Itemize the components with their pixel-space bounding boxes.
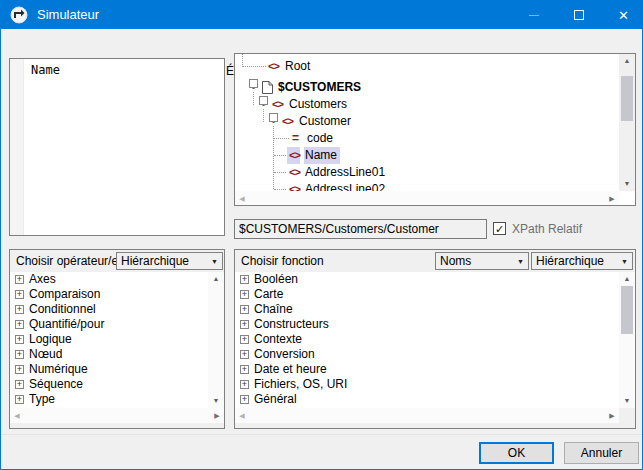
list-item-label: Général — [254, 392, 297, 407]
list-item[interactable]: +Booléen — [235, 272, 619, 287]
expression-editor[interactable]: Name — [9, 58, 225, 236]
list-item-label: Quantifié/pour — [29, 317, 104, 332]
minimize-icon — [529, 15, 539, 16]
scroll-down-icon[interactable]: ▼ — [619, 394, 635, 408]
expand-icon[interactable]: + — [15, 350, 24, 359]
expand-icon[interactable]: + — [15, 365, 24, 374]
list-item[interactable]: +Conditionnel — [10, 302, 208, 317]
expand-icon[interactable]: + — [240, 320, 249, 329]
expand-icon[interactable]: + — [240, 380, 249, 389]
operators-header: Choisir opérateur/expr Hiérarchique ▼ — [10, 250, 224, 272]
expand-icon[interactable]: + — [15, 290, 24, 299]
app-icon — [10, 6, 28, 24]
collapse-icon[interactable]: - — [269, 113, 278, 122]
list-item[interactable]: +Axes — [10, 272, 208, 287]
list-item[interactable]: +Carte — [235, 287, 619, 302]
expand-icon[interactable]: + — [240, 395, 249, 404]
scroll-left-icon[interactable]: ◀ — [235, 191, 249, 206]
scroll-down-icon[interactable]: ▼ — [208, 394, 224, 408]
expand-icon[interactable]: + — [240, 350, 249, 359]
attribute-icon: = — [292, 130, 299, 147]
list-item-label: Numérique — [29, 362, 88, 377]
functions-names-dropdown[interactable]: Noms ▼ — [435, 252, 529, 270]
expand-icon[interactable]: + — [15, 380, 24, 389]
collapse-icon[interactable]: - — [249, 79, 258, 88]
list-item[interactable]: +Quantifié/pour — [10, 317, 208, 332]
operators-title: Choisir opérateur/expr — [16, 254, 121, 268]
maximize-button[interactable] — [556, 1, 601, 29]
scroll-up-icon[interactable]: ▲ — [208, 272, 224, 286]
tree-horizontal-scrollbar[interactable]: ◀ ▶ — [235, 191, 619, 206]
scroll-up-icon[interactable]: ▲ — [619, 272, 635, 286]
list-item-label: Conversion — [254, 347, 315, 362]
list-item[interactable]: +Numérique — [10, 362, 208, 377]
expand-icon[interactable]: + — [15, 335, 24, 344]
list-item[interactable]: +Logique — [10, 332, 208, 347]
xpath-relative-label: XPath Relatif — [512, 222, 582, 236]
scrollbar-thumb[interactable] — [621, 286, 633, 334]
tree-vertical-scrollbar[interactable]: ▲ ▼ — [619, 54, 635, 191]
list-item[interactable]: +Constructeurs — [235, 317, 619, 332]
tree-row[interactable]: = code — [235, 130, 615, 147]
list-item-label: Type — [29, 392, 55, 407]
scroll-down-icon[interactable]: ▼ — [619, 177, 635, 191]
close-icon: ✕ — [618, 8, 629, 23]
minimize-button[interactable] — [511, 1, 556, 29]
functions-horizontal-scrollbar[interactable]: ◀ ▶ — [235, 408, 619, 423]
scroll-left-icon[interactable]: ◀ — [235, 408, 249, 423]
tree-connector — [274, 189, 286, 190]
expand-icon[interactable]: + — [240, 335, 249, 344]
expand-icon[interactable]: + — [240, 290, 249, 299]
element-icon: <> — [282, 113, 293, 130]
list-item[interactable]: +Contexte — [235, 332, 619, 347]
expand-icon[interactable]: + — [240, 275, 249, 284]
tree-item-label: AddressLine01 — [305, 164, 385, 181]
expand-icon[interactable]: + — [15, 275, 24, 284]
ok-button[interactable]: OK — [479, 442, 554, 464]
element-icon: <> — [268, 58, 279, 75]
list-item[interactable]: +Chaîne — [235, 302, 619, 317]
list-item[interactable]: +Séquence — [10, 377, 208, 392]
functions-view-dropdown[interactable]: Hiérarchique ▼ — [531, 252, 633, 270]
functions-panel: Choisir fonction Noms ▼ Hiérarchique ▼ +… — [234, 249, 636, 429]
close-button[interactable]: ✕ — [601, 1, 643, 29]
functions-vertical-scrollbar[interactable]: ▲ ▼ — [619, 272, 635, 408]
list-item[interactable]: +Type — [10, 392, 208, 407]
xpath-relative-checkbox[interactable]: ✓ — [493, 222, 506, 235]
tree-row[interactable]: - <> Customers — [235, 96, 615, 113]
scroll-up-icon[interactable]: ▲ — [619, 54, 635, 68]
list-item[interactable]: +Général — [235, 392, 619, 407]
list-item[interactable]: +Comparaison — [10, 287, 208, 302]
cancel-button[interactable]: Annuler — [564, 442, 639, 464]
tree-row-selected[interactable]: <> Name — [235, 147, 615, 164]
expression-text[interactable]: Name — [31, 63, 60, 77]
maximize-icon — [574, 10, 584, 20]
scroll-left-icon[interactable]: ◀ — [10, 408, 24, 423]
xpath-input[interactable] — [234, 219, 487, 239]
scroll-right-icon[interactable]: ▶ — [210, 408, 224, 423]
tree-row[interactable]: - <> Customer — [235, 113, 615, 130]
operators-view-dropdown[interactable]: Hiérarchique ▼ — [116, 252, 223, 270]
list-item[interactable]: +Date et heure — [235, 362, 619, 377]
tree-connector — [274, 155, 286, 156]
tree-row[interactable]: <> Root — [235, 58, 615, 75]
scrollbar-thumb[interactable] — [621, 76, 633, 121]
expand-icon[interactable]: + — [240, 305, 249, 314]
operators-horizontal-scrollbar[interactable]: ◀ ▶ — [10, 408, 224, 423]
expand-icon[interactable]: + — [15, 395, 24, 404]
scroll-right-icon[interactable]: ▶ — [605, 191, 619, 206]
expand-icon[interactable]: + — [240, 365, 249, 374]
tree-row[interactable]: - $CUSTOMERS — [235, 79, 615, 96]
list-item-label: Conditionnel — [29, 302, 96, 317]
list-item[interactable]: +Nœud — [10, 347, 208, 362]
scroll-right-icon[interactable]: ▶ — [605, 408, 619, 423]
expand-icon[interactable]: + — [15, 305, 24, 314]
list-item[interactable]: +Fichiers, OS, URI — [235, 377, 619, 392]
expand-icon[interactable]: + — [15, 320, 24, 329]
collapse-icon[interactable]: - — [259, 96, 268, 105]
list-item[interactable]: +Conversion — [235, 347, 619, 362]
operators-vertical-scrollbar[interactable]: ▲ ▼ — [208, 272, 224, 408]
tree-item-label: $CUSTOMERS — [278, 79, 361, 96]
tree-row[interactable]: <> AddressLine01 — [235, 164, 615, 181]
tree-item-label: Customers — [289, 96, 347, 113]
